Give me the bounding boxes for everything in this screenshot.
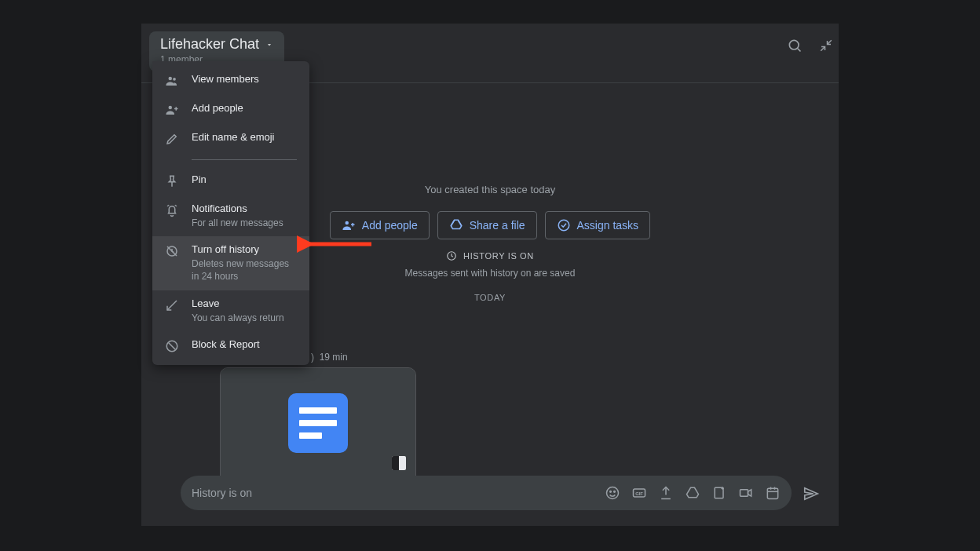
- pin-icon: [165, 174, 179, 188]
- send-button[interactable]: [803, 485, 820, 502]
- collapse-button[interactable]: [818, 38, 834, 53]
- history-off-icon: [165, 244, 179, 258]
- history-icon: [446, 250, 457, 261]
- svg-point-2: [169, 77, 173, 81]
- share-file-button[interactable]: Share a file: [437, 211, 537, 239]
- assign-tasks-button[interactable]: Assign tasks: [545, 211, 651, 239]
- drive-icon: [685, 485, 700, 501]
- svg-point-7: [345, 221, 349, 225]
- video-icon: [738, 485, 754, 501]
- message-timestamp: ) 19 min: [311, 352, 348, 363]
- svg-point-12: [614, 491, 616, 493]
- message-composer[interactable]: GIF: [181, 476, 792, 510]
- space-context-menu: View membersAdd peopleEdit name & emojiP…: [152, 61, 309, 365]
- space-title: Lifehacker Chat: [160, 36, 259, 53]
- person-add-icon: [342, 218, 356, 232]
- svg-point-0: [789, 40, 799, 49]
- docs-logo-large: [288, 393, 348, 453]
- video-button[interactable]: [738, 485, 754, 501]
- header-bar: Lifehacker Chat 1 member View membersAdd…: [141, 24, 839, 83]
- person-add-icon: [165, 103, 179, 117]
- collapse-icon: [819, 38, 833, 53]
- leave-icon: [165, 298, 179, 312]
- emoji-icon: [605, 485, 620, 501]
- menu-item-view-members[interactable]: View members: [152, 66, 309, 95]
- calendar-button[interactable]: [765, 485, 781, 501]
- history-heading: HISTORY IS ON: [463, 251, 534, 261]
- send-icon: [803, 485, 820, 502]
- gif-icon: GIF: [631, 485, 647, 501]
- doc-preview: [221, 368, 415, 478]
- calendar-icon: [765, 485, 781, 501]
- new-doc-icon: [711, 485, 727, 501]
- svg-line-1: [798, 49, 801, 52]
- menu-item-leave[interactable]: LeaveYou can always return: [152, 290, 309, 331]
- emoji-button[interactable]: [605, 485, 620, 501]
- drive-button[interactable]: [685, 485, 700, 501]
- annotation-arrow: [297, 232, 375, 256]
- new-doc-button[interactable]: [711, 485, 727, 501]
- svg-point-8: [558, 220, 569, 231]
- svg-point-4: [169, 106, 173, 110]
- menu-item-turn-off-history[interactable]: Turn off historyDeletes new messages in …: [152, 236, 309, 290]
- block-icon: [165, 339, 179, 353]
- svg-point-11: [610, 491, 612, 493]
- svg-rect-17: [767, 488, 777, 498]
- upload-icon: [658, 485, 674, 501]
- task-icon: [557, 218, 571, 232]
- svg-point-10: [607, 487, 619, 499]
- group-icon: [165, 74, 179, 88]
- bell-icon: [165, 203, 179, 217]
- search-button[interactable]: [787, 38, 803, 53]
- menu-item-edit-name-emoji[interactable]: Edit name & emoji: [152, 124, 309, 153]
- upload-button[interactable]: [658, 485, 674, 501]
- svg-text:GIF: GIF: [635, 491, 643, 496]
- svg-rect-16: [740, 490, 748, 496]
- menu-item-add-people[interactable]: Add people: [152, 95, 309, 124]
- svg-point-3: [173, 78, 176, 81]
- side-panel-chip-icon: [392, 456, 406, 470]
- edit-icon: [165, 132, 179, 146]
- composer-input[interactable]: [192, 487, 605, 499]
- menu-item-pin[interactable]: Pin: [152, 166, 309, 195]
- menu-item-notifications[interactable]: NotificationsFor all new messages: [152, 195, 309, 236]
- search-icon: [787, 38, 803, 53]
- menu-item-block-report[interactable]: Block & Report: [152, 331, 309, 360]
- svg-rect-15: [715, 487, 723, 498]
- drive-icon: [449, 218, 463, 232]
- chevron-down-icon: [265, 41, 273, 49]
- gif-button[interactable]: GIF: [631, 485, 647, 501]
